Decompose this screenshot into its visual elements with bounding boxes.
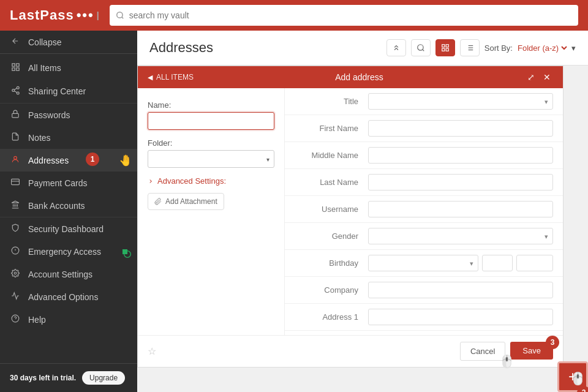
sidebar-item-label: Emergency Access (28, 247, 101, 257)
field-row-last-name: Last Name (285, 169, 563, 196)
add-attachment-button[interactable]: Add Attachment (148, 193, 224, 210)
sidebar-item-passwords[interactable]: Passwords (0, 103, 137, 126)
sidebar-item-help[interactable]: Help (0, 308, 137, 331)
sidebar-item-security-dashboard[interactable]: Security Dashboard (0, 217, 137, 240)
sidebar-item-addresses[interactable]: Addresses 1 🤚 (0, 149, 137, 172)
address1-input[interactable] (368, 309, 553, 325)
modal-close-button[interactable]: ✕ (541, 71, 553, 83)
sidebar-item-sharing-center[interactable]: Sharing Center (0, 80, 137, 103)
emergency-icon (10, 246, 21, 257)
folder-select[interactable] (148, 150, 274, 168)
sidebar-item-emergency-access[interactable]: Emergency Access (0, 240, 137, 263)
field-row-username: Username (285, 196, 563, 223)
svg-rect-8 (12, 113, 19, 117)
modal-footer: ☆ Cancel 3 Save (138, 335, 563, 367)
logo: LastPass•••| (10, 7, 100, 23)
sidebar-item-label: Help (28, 315, 46, 325)
chevron-right-icon (148, 178, 154, 184)
sidebar-collapse[interactable]: Collapse (0, 31, 137, 54)
sidebar-item-payment-cards[interactable]: Payment Cards (0, 172, 137, 194)
advanced-settings-toggle[interactable]: Advanced Settings: (148, 176, 274, 186)
sidebar-item-bank-accounts[interactable]: Bank Accounts (0, 194, 137, 217)
birthday-label: Birthday (295, 258, 368, 268)
favorite-button[interactable]: ☆ (148, 345, 156, 357)
gear-icon (10, 292, 21, 302)
breadcrumb-arrow: ◀ (148, 74, 153, 81)
breadcrumb-link[interactable]: ALL ITEMS (156, 73, 194, 81)
move-up-button[interactable] (386, 39, 406, 56)
birthday-month-wrap (368, 255, 478, 271)
gender-select-wrap (368, 228, 553, 244)
sidebar-item-label: Payment Cards (28, 178, 87, 188)
card-icon (10, 178, 21, 188)
svg-point-25 (418, 45, 423, 50)
sidebar-item-label: Account Settings (28, 270, 92, 279)
last-name-input[interactable] (368, 174, 553, 190)
page-title: Addresses (149, 40, 213, 56)
grid-view-button[interactable] (435, 39, 455, 56)
birthday-month-select[interactable] (368, 255, 478, 271)
sort-select[interactable]: Folder (a-z) (515, 43, 569, 53)
sidebar-item-advanced-options[interactable]: Advanced Options (0, 285, 137, 308)
sidebar-item-label: Notes (28, 133, 51, 143)
list-view-button[interactable] (460, 39, 480, 56)
title-select-wrap (368, 93, 553, 110)
company-input[interactable] (368, 282, 553, 298)
top-bar: LastPass•••| (0, 0, 588, 31)
svg-point-7 (17, 92, 19, 94)
cancel-button[interactable]: Cancel (460, 342, 505, 361)
sidebar-bottom: 30 days left in trial. Upgrade (0, 363, 137, 392)
field-row-middle-name: Middle Name (285, 142, 563, 169)
svg-point-22 (14, 272, 17, 274)
title-select[interactable] (368, 93, 553, 110)
lock-icon (10, 110, 21, 120)
gender-label: Gender (295, 232, 368, 241)
middle-name-label: Middle Name (295, 151, 368, 160)
modal-expand-button[interactable]: ⤢ (525, 71, 537, 83)
page-header: Addresses Sort By: Folder (a-z) (137, 31, 588, 66)
middle-name-input[interactable] (368, 147, 553, 164)
folder-select-wrapper: ▾ (148, 150, 274, 168)
sidebar-item-label: Passwords (28, 110, 70, 120)
first-name-label: First Name (295, 124, 368, 133)
modal-left-panel: Name: Folder: ▾ Advanced Se (138, 88, 285, 335)
footer-buttons: Cancel 3 Save (460, 342, 553, 361)
sort-by-label: Sort By: (484, 43, 513, 53)
upgrade-button[interactable]: Upgrade (82, 371, 125, 385)
svg-rect-3 (12, 68, 14, 70)
field-row-company: Company (285, 277, 563, 304)
collapse-icon (10, 37, 21, 47)
gender-select[interactable] (368, 228, 553, 244)
sidebar-item-all-items[interactable]: All Items (0, 56, 137, 80)
birthday-year-input[interactable] (516, 255, 553, 271)
attachment-icon (154, 198, 162, 205)
svg-marker-17 (12, 201, 19, 203)
sort-control[interactable]: Sort By: Folder (a-z) ▾ (484, 43, 576, 53)
sidebar: Collapse All Items Sharing Center Passwo… (0, 31, 137, 392)
sidebar-item-label: Security Dashboard (28, 224, 104, 234)
svg-rect-26 (442, 45, 445, 47)
shield-icon (10, 224, 21, 234)
svg-rect-10 (12, 179, 20, 184)
field-row-address2: Address 2 (285, 331, 563, 335)
save-button-wrapper: 3 Save (510, 342, 553, 361)
sidebar-item-label: Advanced Options (28, 292, 98, 302)
person-icon (10, 155, 21, 165)
add-address-modal: ◀ ALL ITEMS Add address ⤢ ✕ Name: (137, 66, 564, 368)
move-up-icon (392, 43, 401, 52)
sidebar-item-notes[interactable]: Notes (0, 126, 137, 149)
field-row-gender: Gender (285, 223, 563, 250)
first-name-input[interactable] (368, 120, 553, 137)
trial-text: 30 days left in trial. (10, 374, 76, 382)
username-input[interactable] (368, 201, 553, 217)
breadcrumb-bar: ◀ ALL ITEMS Add address ⤢ ✕ (138, 66, 563, 88)
name-input[interactable] (148, 112, 274, 130)
birthday-day-input[interactable] (482, 255, 513, 271)
sidebar-item-account-settings[interactable]: Account Settings (0, 263, 137, 285)
svg-point-0 (116, 12, 122, 18)
birthday-inputs (368, 255, 553, 271)
grid-view-icon (441, 43, 450, 52)
advanced-settings-label: Advanced Settings: (157, 176, 226, 186)
search-input[interactable] (110, 5, 578, 26)
search-toggle-button[interactable] (411, 39, 431, 56)
